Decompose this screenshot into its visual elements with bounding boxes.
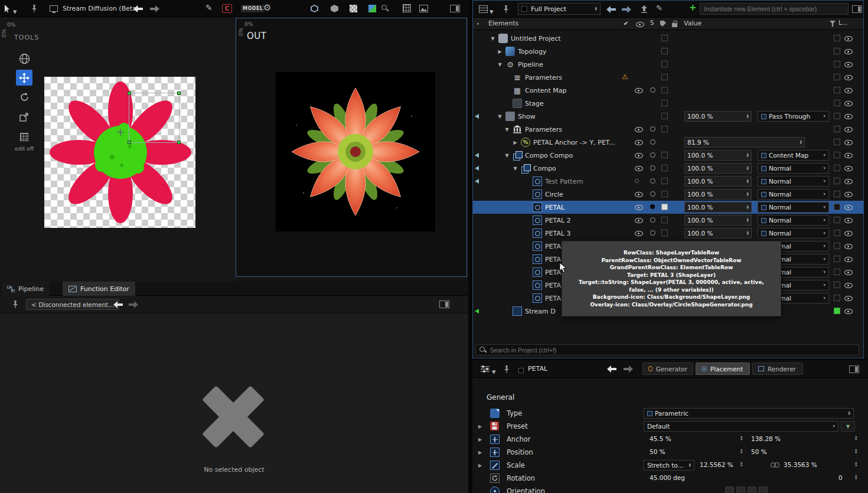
type-spinner[interactable]: ▲▼: [849, 411, 850, 416]
blend-mode-dropdown[interactable]: Normal▾: [758, 189, 829, 200]
scale-mode-dropdown[interactable]: Stretch to...▲▼: [644, 460, 694, 471]
anchor-y-spinner[interactable]: ▲▼: [855, 436, 857, 441]
row-eye-icon[interactable]: [844, 295, 853, 302]
position-y-spinner[interactable]: ▲▼: [855, 449, 857, 454]
row-checkbox[interactable]: [661, 191, 668, 197]
solo-ring-icon[interactable]: [650, 139, 655, 145]
forward-arrow-icon[interactable]: [624, 365, 633, 374]
solo-ring-icon[interactable]: [650, 178, 655, 184]
selection-handle[interactable]: [128, 141, 131, 144]
rotate-tool-button[interactable]: [16, 89, 32, 105]
visibility-eye-icon[interactable]: [635, 230, 643, 237]
row-checkbox[interactable]: [661, 113, 668, 119]
row-checkbox[interactable]: [661, 217, 668, 223]
value-spinner[interactable]: ▲▼: [747, 153, 749, 158]
row-mini-checkbox[interactable]: [834, 48, 840, 54]
row-mini-checkbox[interactable]: [834, 178, 840, 184]
hexagon-solid-icon[interactable]: [331, 5, 338, 14]
row-checkbox[interactable]: [661, 61, 668, 67]
blend-mode-dropdown[interactable]: Normal▾: [758, 215, 829, 226]
layers-caret-icon[interactable]: ▾: [490, 8, 494, 15]
tree-row-topology[interactable]: ▶Topology: [473, 45, 863, 58]
row-expander-icon[interactable]: ▶: [478, 424, 482, 429]
row-checkbox[interactable]: [661, 204, 668, 210]
pin-icon[interactable]: [31, 4, 38, 14]
expander-icon[interactable]: ▶: [497, 49, 503, 54]
back-arrow-icon[interactable]: [607, 365, 616, 374]
row-eye-icon[interactable]: [844, 152, 853, 159]
tab-function-editor[interactable]: Function Editor: [63, 282, 135, 296]
row-eye-icon[interactable]: [844, 256, 853, 263]
type-dropdown[interactable]: Parametric▲▼: [644, 408, 854, 419]
row-mini-checkbox[interactable]: [834, 113, 840, 119]
orientation-option-button[interactable]: [725, 487, 734, 493]
row-eye-icon[interactable]: [844, 113, 853, 120]
petal-selection-box[interactable]: [129, 93, 180, 143]
opacity-field[interactable]: 100.0 %▲▼: [684, 163, 752, 174]
row-checkbox[interactable]: [661, 87, 668, 93]
scale-x-spinner[interactable]: ▲▼: [740, 462, 742, 467]
solo-ring-icon[interactable]: [650, 152, 655, 158]
grid-icon[interactable]: [403, 4, 411, 14]
tree-row-show-parameters[interactable]: ▼ Parameters: [473, 123, 863, 136]
row-eye-icon[interactable]: [844, 308, 853, 315]
row-eye-icon[interactable]: [844, 74, 853, 81]
back-arrow-icon[interactable]: [606, 6, 616, 14]
opacity-field[interactable]: 100.0 %▲▼: [684, 228, 752, 239]
visibility-eye-icon[interactable]: [635, 165, 643, 172]
anchor-x-spinner[interactable]: ▲▼: [740, 436, 742, 441]
preset-load-button[interactable]: ▼: [841, 421, 855, 432]
tab-pipeline[interactable]: Pipeline: [1, 282, 50, 296]
scope-spinner[interactable]: ▲▼: [595, 6, 597, 12]
row-mini-checkbox[interactable]: [834, 152, 840, 158]
row-mini-checkbox[interactable]: [834, 100, 840, 106]
model-badge[interactable]: MODEL: [241, 5, 265, 12]
tree-row-compo-compo[interactable]: ▼Compo Compo 100.0 %▲▼ Content Map▾: [473, 149, 863, 162]
row-checkbox[interactable]: [661, 35, 668, 41]
panel-layout-icon[interactable]: [849, 365, 859, 374]
expander-icon[interactable]: ▶: [512, 140, 518, 145]
selection-handle[interactable]: [128, 92, 131, 95]
project-search-input[interactable]: [490, 347, 855, 354]
row-mini-checkbox[interactable]: [834, 204, 840, 210]
blend-mode-dropdown[interactable]: Normal▾: [758, 163, 829, 174]
visibility-eye-icon[interactable]: [635, 191, 643, 198]
layers-icon[interactable]: [479, 5, 488, 14]
row-eye-icon[interactable]: [844, 178, 853, 185]
expander-icon[interactable]: ▼: [504, 127, 510, 132]
value-spinner[interactable]: ▲▼: [747, 218, 749, 223]
value-spinner[interactable]: ▲▼: [747, 166, 749, 171]
row-eye-icon[interactable]: [844, 87, 853, 94]
tree-row-stage[interactable]: Stage: [473, 97, 863, 110]
expander-icon[interactable]: ▼: [490, 36, 496, 41]
row-checkbox[interactable]: [661, 152, 668, 158]
visibility-eye-icon[interactable]: [635, 152, 643, 159]
binding-value-field[interactable]: 81.9 %▲▼: [684, 137, 805, 148]
visibility-eye-icon[interactable]: [635, 217, 643, 224]
tree-row-show[interactable]: ▼Show 100.0 %▲▼ Pass Through▾: [473, 110, 863, 123]
row-mini-checkbox[interactable]: [834, 61, 840, 67]
row-mini-checkbox[interactable]: [834, 35, 840, 41]
row-eye-icon[interactable]: [844, 269, 853, 276]
expander-icon[interactable]: ▼: [497, 62, 503, 67]
column-tag-icon[interactable]: [660, 21, 666, 27]
row-eye-icon[interactable]: [844, 126, 853, 133]
row-checkbox[interactable]: [661, 230, 668, 236]
row-eye-icon[interactable]: [844, 165, 853, 172]
tree-row-untitled-project[interactable]: ▼Untitled Project: [473, 32, 863, 45]
row-mini-checkbox[interactable]: [834, 230, 840, 236]
scope-dropdown[interactable]: Full Project ▲▼: [518, 3, 601, 15]
row-eye-icon[interactable]: [844, 139, 853, 146]
blend-mode-dropdown[interactable]: Normal▾: [758, 202, 829, 213]
row-mini-checkbox[interactable]: [834, 243, 840, 249]
anchor-y-value[interactable]: 138.28 %: [751, 435, 781, 442]
position-y-value[interactable]: 50 %: [751, 448, 767, 455]
forward-arrow-icon[interactable]: [129, 301, 138, 309]
edit-icon[interactable]: ✎: [656, 4, 663, 12]
row-eye-icon[interactable]: [844, 217, 853, 224]
value-spinner[interactable]: ▲▼: [747, 192, 749, 197]
position-x-spinner[interactable]: ▲▼: [740, 449, 742, 454]
row-expander-icon[interactable]: ▶: [478, 437, 482, 442]
row-checkbox[interactable]: [661, 100, 668, 106]
solo-ring-icon[interactable]: [650, 191, 655, 197]
